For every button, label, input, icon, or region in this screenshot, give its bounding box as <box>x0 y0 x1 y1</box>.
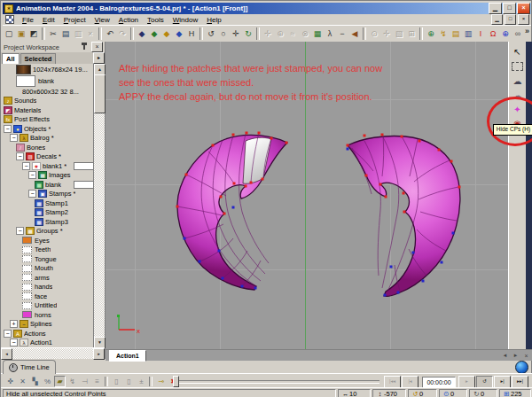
grid-snap-button[interactable]: ⊞ <box>405 27 418 41</box>
menu-help[interactable]: Help <box>202 16 225 24</box>
tree-item-blank1[interactable]: −★blank1 * <box>1 161 95 171</box>
control-point[interactable] <box>212 144 215 147</box>
tree-item-materials[interactable]: ◩Materials <box>1 105 95 115</box>
key-translate-button[interactable]: ✜ <box>4 376 16 387</box>
tree-expander[interactable]: − <box>28 190 36 198</box>
scroll-right-button[interactable]: ▸ <box>93 348 105 360</box>
tree-item-blank[interactable]: blank <box>1 75 95 87</box>
magnet-button[interactable]: Ω <box>487 27 499 41</box>
lightning-button[interactable]: ↯ <box>437 27 450 41</box>
tree-item-bones[interactable]: /Bones <box>1 143 95 152</box>
translate-manip-button[interactable]: ✛ <box>380 27 393 41</box>
control-point[interactable] <box>364 135 366 137</box>
paste-button[interactable]: ▥ <box>72 27 84 41</box>
next-key-button[interactable]: ▯ <box>123 376 135 387</box>
tree-item-arms[interactable]: arms <box>1 273 95 283</box>
globe-tool-button[interactable]: ⊕ <box>499 27 512 41</box>
prev-frame-button[interactable]: |◂ <box>402 376 419 388</box>
tree-item-hands[interactable]: hands <box>1 283 95 292</box>
key-dynamic-button[interactable]: ↯ <box>66 376 78 387</box>
tree-expander[interactable]: − <box>4 330 12 338</box>
horn-right[interactable] <box>347 134 461 297</box>
model-button[interactable]: ▦ <box>311 27 324 41</box>
tree-expander[interactable]: − <box>4 125 12 133</box>
timeline-tab[interactable]: Time Line <box>3 360 56 374</box>
tree-hscrollbar[interactable]: ◂ ▸ <box>1 347 105 359</box>
control-point[interactable] <box>286 142 288 144</box>
tree-item-stamp3[interactable]: ▦Stamp3 <box>1 217 95 227</box>
tab-nav-right-button[interactable]: ▸ <box>512 352 520 359</box>
control-point[interactable] <box>233 183 236 185</box>
tree-item-action1[interactable]: −λAction1 <box>1 339 95 348</box>
rotate-manip-button[interactable]: ⊙ <box>368 27 380 41</box>
control-point[interactable] <box>218 250 221 253</box>
refresh-view-button[interactable]: ↻ <box>242 27 254 41</box>
tree-item-mouth[interactable]: Mouth <box>1 264 95 274</box>
control-point[interactable] <box>422 280 425 283</box>
control-point[interactable] <box>232 134 235 136</box>
pan-tool-button[interactable]: ✛ <box>230 27 242 41</box>
timeline-slider-thumb[interactable] <box>173 376 179 387</box>
new-button[interactable]: ▢ <box>3 27 15 41</box>
control-point[interactable] <box>246 132 248 135</box>
control-point[interactable] <box>419 140 421 143</box>
library-actions-button[interactable]: ◆ <box>160 27 173 41</box>
tree-item-800x600x32-32-8[interactable]: 800x600x32 32 8... <box>1 87 95 97</box>
loop-button[interactable]: ↺ <box>476 376 493 388</box>
control-point[interactable] <box>241 285 244 288</box>
undo-button[interactable]: ↶ <box>104 27 116 41</box>
mdi-minimize-button[interactable]: ▁ <box>491 14 503 25</box>
tree-item-splines[interactable]: +~Splines <box>1 320 95 330</box>
tree-item-objects[interactable]: −●Objects * <box>1 124 95 134</box>
control-point[interactable] <box>441 261 443 264</box>
mdi-restore-button[interactable]: □ <box>505 14 516 25</box>
tree-item-face[interactable]: face <box>1 292 95 301</box>
control-point[interactable] <box>220 196 223 198</box>
redo-button[interactable]: ↷ <box>116 27 129 41</box>
next-frame-button[interactable]: ▸| <box>494 376 511 388</box>
control-point[interactable] <box>176 206 179 208</box>
prev-key-button[interactable]: ▯ <box>111 376 122 387</box>
control-point[interactable] <box>270 137 273 140</box>
control-point[interactable] <box>385 196 387 198</box>
horn-left[interactable] <box>176 132 288 291</box>
control-point[interactable] <box>397 292 400 294</box>
control-point[interactable] <box>232 206 235 209</box>
mdi-close-button[interactable]: × <box>518 14 529 25</box>
chart-button[interactable]: ▥ <box>462 27 474 41</box>
tab-nav-left-button[interactable]: ◂ <box>501 352 509 359</box>
pin-marker-button[interactable]: I <box>474 27 487 41</box>
tree-item-tongue[interactable]: Tongue <box>1 254 95 264</box>
library-projects-button[interactable]: ◆ <box>173 27 185 41</box>
open-button[interactable]: ▣ <box>15 27 27 41</box>
tree-expander[interactable]: − <box>22 162 30 170</box>
key-percent-button[interactable]: % <box>42 376 53 387</box>
control-point[interactable] <box>381 134 384 136</box>
restore-button[interactable]: □ <box>503 3 516 14</box>
toolbar-overflow-button[interactable]: » <box>525 27 529 35</box>
tree-item-post-effects[interactable]: fxPost Effects <box>1 115 95 125</box>
timeline-slider-track[interactable] <box>174 380 379 384</box>
tree-item-horns[interactable]: horns <box>1 310 95 320</box>
control-point[interactable] <box>438 149 441 152</box>
control-point[interactable] <box>379 183 382 186</box>
tree-item-sounds[interactable]: ♪Sounds <box>1 97 95 106</box>
control-point[interactable] <box>452 232 455 235</box>
key-scale-button[interactable]: ✕ <box>17 376 28 387</box>
tree-expander[interactable]: − <box>16 227 24 235</box>
control-point[interactable] <box>258 132 261 135</box>
control-point[interactable] <box>401 136 403 138</box>
group-button[interactable]: ✦ <box>511 103 525 116</box>
zoom-tool-button[interactable]: ○ <box>217 27 230 41</box>
go-end-button[interactable]: ▸▸| <box>512 376 528 388</box>
tree-item-images[interactable]: −▦Images <box>1 171 95 181</box>
tree-expander[interactable]: + <box>10 320 18 328</box>
go-start-button[interactable]: |◂◂ <box>384 376 401 388</box>
scroll-left-button[interactable]: ◂ <box>1 348 12 360</box>
minimize-button[interactable]: ▁ <box>489 3 502 14</box>
tree-item-eyes[interactable]: Eyes <box>1 236 95 245</box>
tree-item-stamp2[interactable]: ▦Stamp2 <box>1 208 95 218</box>
pin-icon[interactable] <box>83 45 85 50</box>
key-rotate-button[interactable]: ▚ <box>29 376 41 387</box>
delete-button[interactable]: × <box>84 27 97 41</box>
